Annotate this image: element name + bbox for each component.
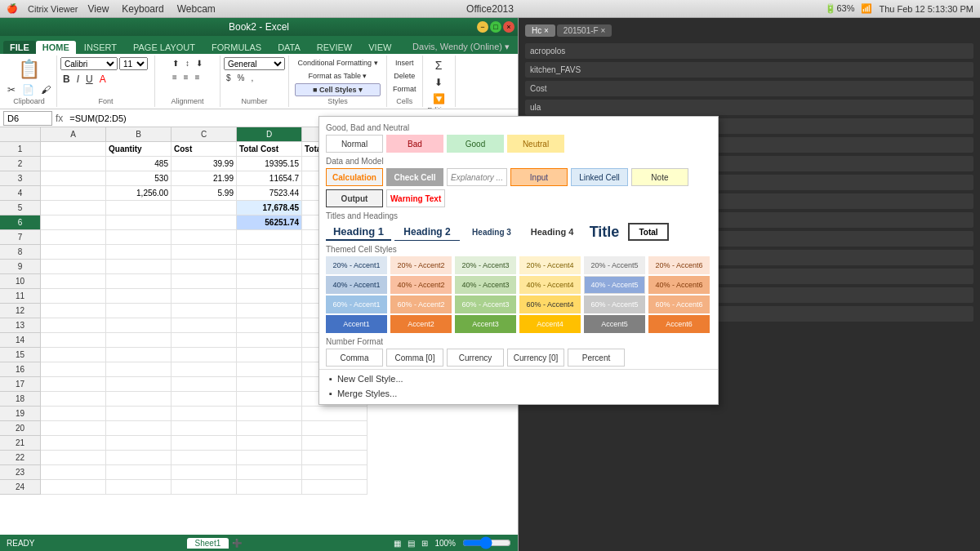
cell-c5[interactable] bbox=[172, 201, 237, 216]
cell-b1[interactable]: Quantity bbox=[106, 142, 172, 157]
keyboard-menu[interactable]: Keyboard bbox=[122, 3, 163, 15]
insert-cells-button[interactable]: Insert bbox=[390, 57, 419, 69]
cell-a5[interactable] bbox=[41, 201, 106, 216]
underline-button[interactable]: U bbox=[83, 72, 96, 87]
style-accent5[interactable]: Accent5 bbox=[584, 315, 645, 333]
style-20-accent1[interactable]: 20% - Accent1 bbox=[326, 256, 387, 274]
style-60-accent2[interactable]: 60% - Accent2 bbox=[390, 295, 452, 313]
format-cells-button[interactable]: Format bbox=[390, 83, 419, 95]
style-accent4[interactable]: Accent4 bbox=[519, 315, 581, 333]
style-currency[interactable]: Currency bbox=[447, 349, 504, 367]
style-output[interactable]: Output bbox=[326, 189, 383, 207]
cell-c1[interactable]: Cost bbox=[172, 142, 237, 157]
cell-d1[interactable]: Total Cost bbox=[237, 142, 302, 157]
style-total[interactable]: Total bbox=[628, 223, 669, 241]
style-60-accent5[interactable]: 60% - Accent5 bbox=[584, 295, 645, 313]
panel-item-acropolos[interactable]: acropolos bbox=[525, 43, 973, 59]
panel-tab-201501[interactable]: 201501-F × bbox=[557, 24, 612, 37]
sort-filter-button[interactable]: 🔽 bbox=[430, 91, 448, 106]
paste-button[interactable]: 📋 bbox=[16, 57, 42, 82]
row-header-18[interactable]: 18 bbox=[0, 392, 41, 407]
row-header-6[interactable]: 6 bbox=[0, 216, 41, 230]
cell-a2[interactable] bbox=[41, 157, 106, 171]
view-normal-icon[interactable]: ▦ bbox=[394, 539, 401, 548]
panel-tabs[interactable]: Hc × 201501-F × bbox=[525, 24, 973, 37]
cell-c3[interactable]: 21.99 bbox=[172, 171, 237, 186]
style-comma0[interactable]: Comma [0] bbox=[386, 349, 443, 367]
mac-menu-bar[interactable]: 🍎 Citrix Viewer View Keyboard Webcam bbox=[7, 3, 216, 15]
row-header-13[interactable]: 13 bbox=[0, 318, 41, 333]
font-color-button[interactable]: A bbox=[97, 72, 109, 87]
copy-button[interactable]: 📄 bbox=[20, 82, 37, 97]
style-60-accent1[interactable]: 60% - Accent1 bbox=[326, 295, 387, 313]
row-header-19[interactable]: 19 bbox=[0, 407, 41, 421]
col-header-c[interactable]: C bbox=[172, 127, 237, 141]
style-40-accent3[interactable]: 40% - Accent3 bbox=[455, 276, 516, 294]
close-button[interactable]: × bbox=[503, 21, 514, 33]
cell-b5[interactable] bbox=[106, 201, 172, 216]
style-accent3[interactable]: Accent3 bbox=[455, 315, 516, 333]
style-normal[interactable]: Normal bbox=[326, 135, 383, 153]
row-header-12[interactable]: 12 bbox=[0, 304, 41, 318]
cell-b4[interactable]: 1,256.00 bbox=[106, 186, 172, 201]
font-size-select[interactable]: 11 bbox=[119, 57, 148, 70]
minimize-button[interactable]: − bbox=[477, 21, 488, 33]
cell-a4[interactable] bbox=[41, 186, 106, 201]
tab-home[interactable]: HOME bbox=[36, 41, 76, 54]
cell-d4[interactable]: 7523.44 bbox=[237, 186, 302, 201]
cell-a3[interactable] bbox=[41, 171, 106, 186]
row-header-24[interactable]: 24 bbox=[0, 480, 41, 495]
style-heading2[interactable]: Heading 2 bbox=[394, 223, 460, 241]
format-as-table-button[interactable]: Format as Table ▾ bbox=[295, 70, 380, 82]
style-percent[interactable]: Percent bbox=[568, 349, 625, 367]
bold-button[interactable]: B bbox=[60, 72, 73, 87]
cell-c4[interactable]: 5.99 bbox=[172, 186, 237, 201]
style-title[interactable]: Title bbox=[584, 223, 625, 241]
style-20-accent2[interactable]: 20% - Accent2 bbox=[390, 256, 452, 274]
style-bad[interactable]: Bad bbox=[386, 135, 443, 153]
tab-page-layout[interactable]: PAGE LAYOUT bbox=[125, 41, 203, 54]
row-header-11[interactable]: 11 bbox=[0, 289, 41, 304]
style-accent1[interactable]: Accent1 bbox=[326, 315, 387, 333]
style-20-accent4[interactable]: 20% - Accent4 bbox=[519, 256, 581, 274]
align-top-button[interactable]: ⬆ bbox=[170, 57, 181, 69]
style-40-accent4[interactable]: 40% - Accent4 bbox=[519, 276, 581, 294]
currency-button[interactable]: $ bbox=[224, 72, 234, 84]
style-40-accent2[interactable]: 40% - Accent2 bbox=[390, 276, 452, 294]
cell-d3[interactable]: 11654.7 bbox=[237, 171, 302, 186]
cell-b2[interactable]: 485 bbox=[106, 157, 172, 171]
row-header-8[interactable]: 8 bbox=[0, 245, 41, 260]
citrix-viewer-menu[interactable]: Citrix Viewer bbox=[28, 4, 78, 14]
delete-cells-button[interactable]: Delete bbox=[390, 70, 419, 82]
row-header-5[interactable]: 5 bbox=[0, 201, 41, 216]
cell-styles-button[interactable]: ■ Cell Styles ▾ bbox=[295, 83, 380, 96]
style-20-accent3[interactable]: 20% - Accent3 bbox=[455, 256, 516, 274]
align-middle-button[interactable]: ↕ bbox=[183, 57, 192, 69]
style-calculation[interactable]: Calculation bbox=[326, 168, 383, 186]
add-sheet-button[interactable]: ➕ bbox=[232, 539, 242, 548]
style-comma[interactable]: Comma bbox=[326, 349, 383, 367]
row-header-23[interactable]: 23 bbox=[0, 465, 41, 480]
view-menu[interactable]: View bbox=[88, 3, 109, 15]
tab-data[interactable]: DATA bbox=[270, 41, 309, 54]
cell-a1[interactable] bbox=[41, 142, 106, 157]
row-header-14[interactable]: 14 bbox=[0, 333, 41, 348]
cell-d2[interactable]: 19395.15 bbox=[237, 157, 302, 171]
webcam-menu[interactable]: Webcam bbox=[177, 3, 216, 15]
align-center-button[interactable]: ≡ bbox=[181, 71, 191, 83]
row-header-21[interactable]: 21 bbox=[0, 436, 41, 451]
conditional-formatting-button[interactable]: Conditional Formatting ▾ bbox=[295, 57, 380, 69]
row-header-2[interactable]: 2 bbox=[0, 157, 41, 171]
cell-b6[interactable] bbox=[106, 216, 172, 230]
style-good[interactable]: Good bbox=[447, 135, 504, 153]
cell-d6[interactable]: 56251.74 bbox=[237, 216, 302, 230]
style-40-accent1[interactable]: 40% - Accent1 bbox=[326, 276, 387, 294]
cell-b3[interactable]: 530 bbox=[106, 171, 172, 186]
row-header-15[interactable]: 15 bbox=[0, 348, 41, 362]
maximize-button[interactable]: □ bbox=[490, 21, 501, 33]
style-note[interactable]: Note bbox=[631, 168, 688, 186]
panel-item-ula[interactable]: ula bbox=[525, 100, 973, 115]
row-header-20[interactable]: 20 bbox=[0, 421, 41, 436]
style-60-accent4[interactable]: 60% - Accent4 bbox=[519, 295, 581, 313]
style-heading1[interactable]: Heading 1 bbox=[326, 223, 391, 241]
